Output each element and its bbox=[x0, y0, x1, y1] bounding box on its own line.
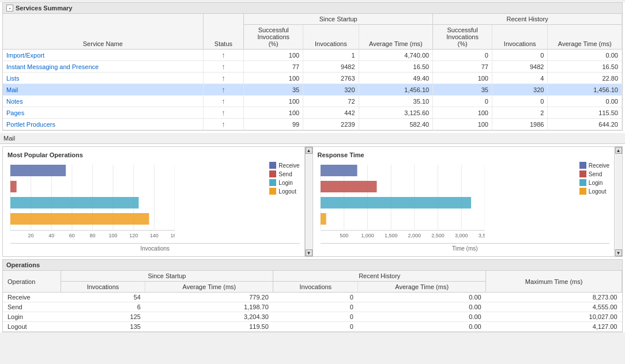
service-name[interactable]: Notes bbox=[3, 96, 203, 107]
up-arrow-icon: ↑ bbox=[221, 74, 225, 82]
service-row[interactable]: Pages ↑ 100 442 3,125.60 100 2 115.50 bbox=[3, 107, 622, 119]
op-rh-avg: 0.00 bbox=[358, 322, 486, 332]
service-row[interactable]: Notes ↑ 100 72 35.10 0 0 0.00 bbox=[3, 96, 622, 107]
scroll-up-arrow[interactable]: ▲ bbox=[306, 147, 312, 154]
ss-success: 99 bbox=[244, 119, 303, 130]
rh-inv: 0 bbox=[492, 50, 547, 61]
col-recent-history-group: Recent History bbox=[273, 271, 486, 282]
right-scroll-down[interactable]: ▼ bbox=[615, 249, 622, 256]
up-arrow-icon: ↑ bbox=[221, 97, 225, 105]
scroll-down-arrow[interactable]: ▼ bbox=[306, 249, 312, 256]
legend-item: Receive bbox=[269, 162, 299, 169]
svg-text:140: 140 bbox=[150, 233, 159, 238]
col-ss-inv: Invocations bbox=[303, 25, 359, 50]
svg-text:120: 120 bbox=[129, 233, 138, 238]
x-axis-line2 bbox=[321, 243, 610, 244]
collapse-icon[interactable]: - bbox=[6, 5, 13, 12]
service-status: ↑ bbox=[203, 96, 244, 107]
service-row[interactable]: Instant Messaging and Presence ↑ 77 9482… bbox=[3, 61, 622, 73]
operation-row: Login 125 3,204.30 0 0.00 10,027.00 bbox=[3, 312, 622, 322]
ss-success: 100 bbox=[244, 73, 303, 84]
svg-text:160: 160 bbox=[170, 233, 175, 238]
rh-success: 0 bbox=[433, 96, 492, 107]
ss-success: 77 bbox=[244, 61, 303, 73]
services-summary-panel: - Services Summary Service Name Status S… bbox=[2, 2, 623, 131]
right-scrollbar[interactable]: ▲ ▼ bbox=[614, 147, 622, 256]
rh-success: 100 bbox=[433, 119, 492, 130]
op-rh-avg: 0.00 bbox=[358, 302, 486, 312]
right-scroll-up[interactable]: ▲ bbox=[615, 147, 622, 154]
op-name: Logout bbox=[3, 322, 61, 332]
rh-inv: 4 bbox=[492, 73, 547, 84]
service-name[interactable]: Portlet Producers bbox=[3, 119, 203, 130]
rh-avg: 22.80 bbox=[548, 73, 622, 84]
legend-label: Receive bbox=[278, 162, 299, 169]
services-summary-title: Services Summary bbox=[16, 5, 72, 12]
ss-avg: 582.40 bbox=[359, 119, 433, 130]
service-status: ↑ bbox=[203, 61, 244, 73]
service-row[interactable]: Lists ↑ 100 2763 49.40 100 4 22.80 bbox=[3, 73, 622, 84]
most-popular-bars: 20406080100120140160 bbox=[7, 162, 263, 242]
ss-avg: 16.50 bbox=[359, 61, 433, 73]
service-status: ↑ bbox=[203, 50, 244, 61]
service-name[interactable]: Import/Export bbox=[3, 50, 203, 61]
col-ss-inv-ops: Invocations bbox=[61, 282, 145, 293]
svg-rect-11 bbox=[10, 197, 139, 208]
service-row[interactable]: Mail ↑ 35 320 1,456.10 35 320 1,456.10 bbox=[3, 84, 622, 96]
legend-label: Receive bbox=[589, 162, 609, 169]
op-ss-inv: 54 bbox=[61, 293, 145, 302]
rh-success: 0 bbox=[433, 50, 492, 61]
svg-text:100: 100 bbox=[109, 233, 118, 238]
ss-inv: 2239 bbox=[303, 119, 359, 130]
services-summary-header: - Services Summary bbox=[3, 3, 622, 14]
service-status: ↑ bbox=[203, 73, 244, 84]
legend-item: Login bbox=[269, 179, 299, 186]
middle-scrollbar[interactable]: ▲ ▼ bbox=[305, 147, 313, 256]
legend-item: Logout bbox=[269, 188, 299, 195]
rh-avg: 644.20 bbox=[548, 119, 622, 130]
response-time-x-axis-label: Time (ms) bbox=[321, 245, 610, 252]
service-name[interactable]: Mail bbox=[3, 84, 203, 96]
service-name[interactable]: Instant Messaging and Presence bbox=[3, 61, 203, 73]
col-status: Status bbox=[203, 14, 244, 50]
op-rh-avg: 0.00 bbox=[358, 312, 486, 322]
right-scroll-track bbox=[616, 154, 622, 249]
ss-avg: 3,125.60 bbox=[359, 107, 433, 119]
legend-color bbox=[269, 179, 276, 186]
svg-text:3,000: 3,000 bbox=[455, 233, 468, 238]
response-time-chart: 5001,0001,5002,0002,5003,0003,500 Receiv… bbox=[318, 162, 610, 242]
legend-label: Logout bbox=[589, 188, 607, 195]
up-arrow-icon: ↑ bbox=[221, 120, 225, 128]
scroll-track bbox=[306, 154, 312, 249]
op-ss-inv: 135 bbox=[61, 322, 145, 332]
svg-rect-12 bbox=[10, 213, 149, 225]
response-time-legend: ReceiveSendLoginLogout bbox=[579, 162, 609, 242]
col-recent-history: Recent History bbox=[433, 14, 622, 25]
col-ss-avg: Average Time (ms) bbox=[359, 25, 433, 50]
svg-rect-9 bbox=[10, 165, 66, 176]
rh-avg: 16.50 bbox=[548, 61, 622, 73]
rh-success: 100 bbox=[433, 73, 492, 84]
op-ss-avg: 119.50 bbox=[145, 322, 273, 332]
service-row[interactable]: Import/Export ↑ 100 1 4,740.00 0 0 0.00 bbox=[3, 50, 622, 61]
legend-color bbox=[579, 162, 586, 169]
rh-success: 100 bbox=[433, 107, 492, 119]
ss-inv: 320 bbox=[303, 84, 359, 96]
charts-row: Most Popular Operations 2040608010012014… bbox=[2, 146, 623, 257]
col-max-time: Maximum Time (ms) bbox=[486, 271, 622, 293]
op-ss-avg: 1,198.70 bbox=[145, 302, 273, 312]
svg-text:1,000: 1,000 bbox=[361, 233, 374, 238]
rh-inv: 0 bbox=[492, 96, 547, 107]
svg-rect-10 bbox=[10, 181, 17, 192]
ss-success: 100 bbox=[244, 50, 303, 61]
up-arrow-icon: ↑ bbox=[221, 62, 225, 71]
service-name[interactable]: Lists bbox=[3, 73, 203, 84]
col-rh-inv: Invocations bbox=[492, 25, 547, 50]
service-name[interactable]: Pages bbox=[3, 107, 203, 119]
svg-text:80: 80 bbox=[89, 233, 95, 238]
ss-inv: 72 bbox=[303, 96, 359, 107]
legend-item: Login bbox=[579, 179, 609, 186]
ss-inv: 442 bbox=[303, 107, 359, 119]
service-row[interactable]: Portlet Producers ↑ 99 2239 582.40 100 1… bbox=[3, 119, 622, 130]
col-since-startup: Since Startup bbox=[244, 14, 433, 25]
